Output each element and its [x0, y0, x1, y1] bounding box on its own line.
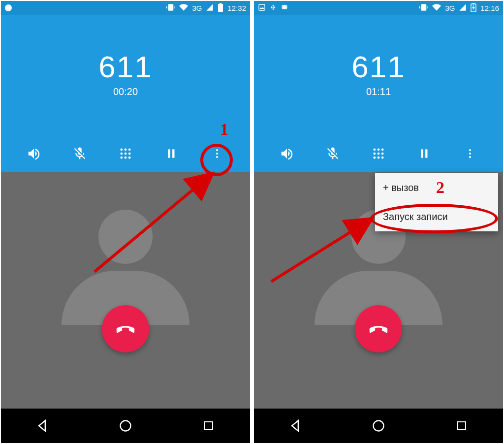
svg-point-9: [125, 157, 127, 159]
svg-point-27: [381, 153, 384, 155]
overflow-menu-button[interactable]: [207, 144, 227, 163]
vibrate-icon: [419, 3, 428, 13]
call-timer: 01:11: [366, 86, 391, 97]
svg-point-36: [373, 421, 383, 431]
status-bar: 3G 12:32: [1, 1, 250, 15]
overflow-menu-popup: + вызов Запуск записи: [375, 173, 498, 231]
overflow-menu-button[interactable]: [460, 144, 480, 163]
network-type-label: 3G: [445, 4, 455, 12]
svg-rect-17: [205, 422, 213, 430]
call-number: 611: [98, 49, 152, 84]
svg-rect-1: [220, 3, 221, 4]
svg-point-24: [381, 149, 384, 151]
svg-point-15: [216, 156, 218, 158]
end-call-button[interactable]: [102, 305, 149, 352]
status-bar: 3G 12:16: [254, 1, 503, 15]
wifi-icon: [432, 3, 441, 13]
usb-icon: [270, 3, 277, 13]
end-call-button[interactable]: [355, 305, 402, 352]
call-actions-row: [1, 144, 250, 163]
svg-rect-19: [259, 4, 265, 10]
svg-point-23: [378, 149, 380, 151]
svg-point-35: [469, 156, 471, 158]
svg-point-10: [128, 157, 131, 159]
menu-item-start-record[interactable]: Запуск записи: [375, 202, 498, 231]
signal-icon: [206, 3, 214, 13]
svg-point-22: [373, 149, 376, 151]
call-body: [1, 172, 250, 409]
clock-label: 12:16: [480, 4, 499, 12]
call-timer: 00:20: [113, 86, 138, 97]
svg-rect-12: [172, 149, 174, 158]
mute-button[interactable]: [70, 144, 90, 163]
speaker-button[interactable]: [24, 144, 44, 163]
svg-point-3: [125, 149, 127, 151]
svg-point-2: [120, 149, 123, 151]
svg-point-13: [216, 149, 218, 151]
hold-button[interactable]: [414, 144, 434, 163]
svg-rect-32: [425, 149, 427, 158]
phone-screenshot-right: 3G 12:16 611 01:11: [254, 1, 503, 443]
notification-dot-icon: [5, 4, 12, 11]
dialpad-button[interactable]: [369, 144, 388, 163]
home-button[interactable]: [367, 414, 390, 438]
hold-button[interactable]: [161, 144, 181, 163]
svg-point-5: [120, 153, 123, 155]
recents-button[interactable]: [450, 414, 473, 438]
svg-point-7: [128, 153, 131, 155]
menu-item-add-call[interactable]: + вызов: [375, 173, 498, 202]
svg-point-4: [128, 149, 131, 151]
wifi-icon: [179, 3, 188, 13]
svg-point-33: [469, 149, 471, 151]
svg-point-6: [125, 153, 127, 155]
network-type-label: 3G: [192, 4, 202, 12]
home-button[interactable]: [114, 414, 137, 438]
svg-rect-37: [458, 422, 466, 430]
navigation-bar: [1, 409, 250, 443]
svg-rect-21: [472, 3, 474, 4]
svg-rect-31: [421, 149, 423, 158]
call-number: 611: [351, 49, 405, 84]
svg-point-8: [120, 157, 123, 159]
svg-rect-0: [218, 4, 223, 12]
signal-icon: [459, 3, 467, 13]
mute-button[interactable]: [323, 144, 343, 163]
recents-button[interactable]: [197, 414, 220, 438]
svg-point-29: [378, 157, 380, 159]
svg-point-30: [381, 157, 384, 159]
svg-rect-11: [168, 149, 170, 158]
back-button[interactable]: [31, 414, 54, 438]
debug-icon: [281, 3, 288, 13]
svg-point-26: [378, 153, 380, 155]
battery-icon: [218, 3, 223, 13]
svg-point-34: [469, 153, 471, 155]
call-header: 611 00:20: [1, 15, 250, 172]
svg-point-16: [120, 421, 130, 431]
clock-label: 12:32: [227, 4, 246, 12]
dialpad-button[interactable]: [116, 144, 135, 163]
call-header: 611 01:11: [254, 15, 503, 172]
svg-point-25: [373, 153, 376, 155]
image-notification-icon: [258, 3, 266, 13]
navigation-bar: [254, 409, 503, 443]
battery-charging-icon: [471, 3, 476, 13]
vibrate-icon: [166, 3, 175, 13]
call-actions-row: [254, 144, 503, 163]
back-button[interactable]: [284, 414, 307, 438]
svg-point-14: [216, 153, 218, 155]
speaker-button[interactable]: [277, 144, 297, 163]
svg-point-28: [373, 157, 376, 159]
phone-screenshot-left: 3G 12:32 611 00:20: [1, 1, 250, 443]
